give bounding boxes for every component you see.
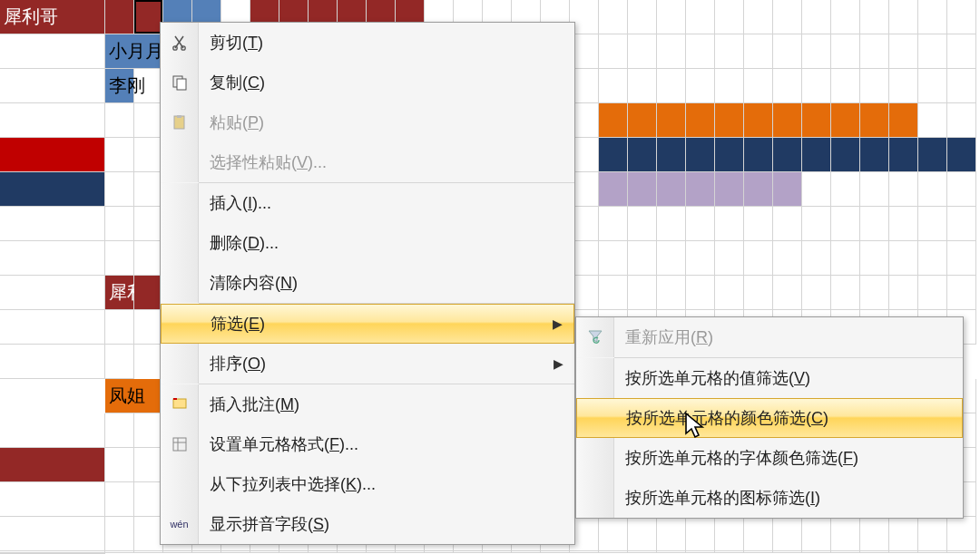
cell[interactable] (599, 551, 628, 553)
cell[interactable] (831, 241, 860, 276)
cell[interactable] (512, 551, 541, 553)
cell[interactable] (686, 241, 715, 276)
cell[interactable] (889, 551, 918, 553)
cell[interactable] (628, 34, 657, 69)
cell[interactable] (628, 207, 657, 241)
cell[interactable] (105, 0, 134, 34)
cell[interactable] (889, 241, 918, 276)
cell[interactable] (831, 0, 860, 34)
cell[interactable] (744, 34, 773, 69)
cell[interactable] (599, 138, 628, 172)
cell[interactable] (657, 138, 686, 172)
cell[interactable] (0, 34, 105, 69)
cell[interactable] (396, 551, 425, 553)
cell[interactable] (860, 172, 889, 207)
cell[interactable] (657, 517, 686, 551)
cell[interactable] (831, 138, 860, 172)
cell[interactable] (599, 172, 628, 207)
cell[interactable] (918, 517, 947, 551)
cell[interactable] (657, 69, 686, 103)
cell[interactable]: 凤姐 (105, 379, 163, 413)
cell[interactable] (483, 551, 512, 553)
cell[interactable] (889, 138, 918, 172)
cell[interactable] (686, 207, 715, 241)
cell[interactable] (657, 34, 686, 69)
cell[interactable] (628, 241, 657, 276)
cell[interactable] (686, 517, 715, 551)
cell[interactable] (105, 517, 134, 551)
cell[interactable] (947, 276, 976, 310)
cell[interactable] (802, 34, 831, 69)
cell[interactable] (715, 517, 744, 551)
cell[interactable] (686, 0, 715, 34)
cell[interactable] (628, 172, 657, 207)
cell[interactable] (918, 34, 947, 69)
cell[interactable] (715, 138, 744, 172)
cell[interactable] (947, 103, 976, 138)
cell[interactable] (599, 103, 628, 138)
cell[interactable] (686, 276, 715, 310)
cell[interactable] (918, 207, 947, 241)
submenu-item-filter-by-font-color[interactable]: 按所选单元格的字体颜色筛选(F) (576, 438, 963, 478)
cell[interactable] (802, 517, 831, 551)
cell[interactable] (831, 69, 860, 103)
cell[interactable] (802, 207, 831, 241)
cell[interactable] (105, 207, 134, 241)
cell[interactable] (802, 69, 831, 103)
cell[interactable] (163, 551, 192, 553)
cell[interactable] (831, 103, 860, 138)
menu-item-clear[interactable]: 清除内容(N) (161, 263, 574, 303)
cell[interactable] (744, 172, 773, 207)
cell[interactable] (802, 551, 831, 553)
cell[interactable] (947, 207, 976, 241)
cell[interactable] (541, 551, 570, 553)
cell[interactable] (860, 517, 889, 551)
menu-item-paste-special[interactable]: 选择性粘贴(V)... (161, 142, 574, 182)
cell[interactable] (657, 276, 686, 310)
cell[interactable] (918, 551, 947, 553)
cell[interactable] (105, 448, 134, 482)
cell[interactable] (599, 34, 628, 69)
cell[interactable] (831, 34, 860, 69)
cell[interactable] (628, 103, 657, 138)
menu-item-delete[interactable]: 删除(D)... (161, 223, 574, 263)
cell[interactable] (715, 172, 744, 207)
cell[interactable] (860, 0, 889, 34)
cell[interactable] (802, 103, 831, 138)
cell[interactable] (889, 34, 918, 69)
cell[interactable] (0, 138, 105, 172)
cell[interactable] (802, 276, 831, 310)
cell[interactable] (0, 517, 105, 551)
cell[interactable] (657, 103, 686, 138)
cell[interactable] (105, 482, 134, 517)
cell[interactable] (657, 241, 686, 276)
cell[interactable] (0, 448, 105, 482)
cell[interactable] (599, 69, 628, 103)
cell[interactable] (947, 0, 976, 34)
cell[interactable] (860, 207, 889, 241)
cell[interactable] (889, 172, 918, 207)
cell[interactable] (947, 69, 976, 103)
cell[interactable] (279, 551, 309, 553)
cell[interactable] (105, 138, 134, 172)
cell[interactable] (686, 103, 715, 138)
cell[interactable] (686, 69, 715, 103)
cell[interactable] (105, 172, 134, 207)
cell[interactable] (628, 517, 657, 551)
cell[interactable] (918, 241, 947, 276)
cell[interactable] (744, 0, 773, 34)
cell[interactable] (918, 103, 947, 138)
cell[interactable] (860, 69, 889, 103)
cell[interactable] (715, 276, 744, 310)
cell[interactable] (802, 172, 831, 207)
cell[interactable]: 小月月 (105, 34, 163, 69)
cell[interactable] (860, 138, 889, 172)
menu-item-insert-comment[interactable]: 插入批注(M) (161, 384, 574, 424)
cell[interactable] (773, 69, 802, 103)
cell[interactable] (860, 276, 889, 310)
cell[interactable] (773, 551, 802, 553)
cell[interactable] (715, 0, 744, 34)
cell[interactable] (599, 241, 628, 276)
cell[interactable] (831, 172, 860, 207)
menu-item-sort[interactable]: 排序(O) ▶ (161, 344, 574, 384)
